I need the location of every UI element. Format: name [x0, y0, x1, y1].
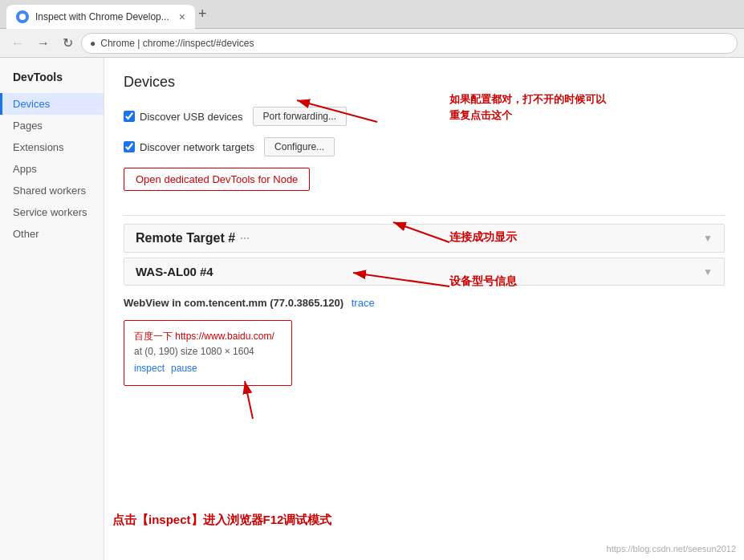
new-tab-button[interactable]: +: [198, 6, 207, 22]
annotation-inspect: 点击【inspect】进入浏览器F12调试模式: [112, 513, 331, 528]
inspect-link[interactable]: inspect: [134, 361, 165, 376]
webview-info: WebView in com.tencent.mm (77.0.3865.120…: [124, 294, 725, 314]
browser-tab[interactable]: Inspect with Chrome Develop... ×: [6, 5, 195, 29]
main-content: Devices Discover USB devices Port forwar…: [104, 58, 744, 560]
discover-usb-checkbox[interactable]: [124, 111, 135, 122]
sidebar-item-shared-workers[interactable]: Shared workers: [0, 180, 104, 201]
browser-frame: Inspect with Chrome Develop... × + ← → ↻…: [0, 0, 744, 560]
page-title: Devices: [124, 74, 725, 91]
address-icon: ●: [90, 38, 96, 49]
annotation-device: 设备型号信息: [449, 274, 517, 289]
address-text: Chrome | chrome://inspect/#devices: [100, 38, 254, 49]
page-content: DevTools Devices Pages Extensions Apps S…: [0, 58, 744, 560]
sidebar-title: DevTools: [0, 71, 104, 93]
annotation-connected: 连接成功显示: [449, 230, 517, 245]
sidebar-item-other[interactable]: Other: [0, 223, 104, 245]
svg-point-0: [19, 14, 26, 20]
sidebar-item-apps[interactable]: Apps: [0, 158, 104, 180]
webview-page-url: https://www.baidu.com/: [175, 331, 274, 342]
remote-target-header: Remote Target # ⋯ ▼: [124, 224, 725, 253]
nav-bar: ← → ↻ ● Chrome | chrome://inspect/#devic…: [0, 29, 744, 58]
back-button[interactable]: ←: [6, 33, 29, 54]
port-forwarding-button[interactable]: Port forwarding...: [253, 107, 347, 126]
webview-card: 百度一下 https://www.baidu.com/ at (0, 190) …: [124, 320, 292, 386]
usb-option-row: Discover USB devices Port forwarding...: [124, 107, 725, 126]
title-bar: Inspect with Chrome Develop... × +: [0, 0, 744, 29]
discover-usb-label[interactable]: Discover USB devices: [124, 111, 243, 123]
tab-favicon: [16, 10, 29, 23]
webview-page-name: 百度一下 https://www.baidu.com/: [134, 329, 282, 344]
sidebar-item-extensions[interactable]: Extensions: [0, 136, 104, 158]
webview-app-name: WebView in com.tencent.mm (77.0.3865.120…: [124, 297, 344, 309]
open-devtools-node-button[interactable]: Open dedicated DevTools for Node: [124, 168, 310, 191]
sidebar: DevTools Devices Pages Extensions Apps S…: [0, 58, 104, 560]
discover-network-checkbox[interactable]: [124, 141, 135, 152]
address-bar[interactable]: ● Chrome | chrome://inspect/#devices: [81, 33, 738, 54]
sidebar-item-devices[interactable]: Devices: [0, 93, 104, 115]
webview-page-pos: at (0, 190) size 1080 × 1604: [134, 344, 282, 359]
discover-network-label[interactable]: Discover network targets: [124, 141, 254, 153]
section-divider: [124, 215, 725, 216]
svg-line-5: [245, 381, 253, 419]
pause-link[interactable]: pause: [171, 361, 197, 376]
annotation-config: 如果配置都对，打不开的时候可以重复点击这个: [449, 91, 606, 123]
webview-card-links: inspect pause: [134, 361, 282, 376]
network-option-row: Discover network targets Configure...: [124, 137, 725, 156]
device-header: WAS-AL00 #4 ▼: [124, 258, 725, 286]
watermark: https://blog.csdn.net/seesun2012: [607, 544, 736, 554]
sidebar-item-service-workers[interactable]: Service workers: [0, 201, 104, 223]
tab-close-btn[interactable]: ×: [179, 10, 185, 23]
forward-button[interactable]: →: [32, 33, 55, 54]
refresh-button[interactable]: ↻: [58, 32, 78, 54]
trace-link[interactable]: trace: [352, 297, 375, 309]
configure-button[interactable]: Configure...: [264, 137, 335, 156]
sidebar-item-pages[interactable]: Pages: [0, 115, 104, 136]
tab-title: Inspect with Chrome Develop...: [35, 11, 169, 22]
